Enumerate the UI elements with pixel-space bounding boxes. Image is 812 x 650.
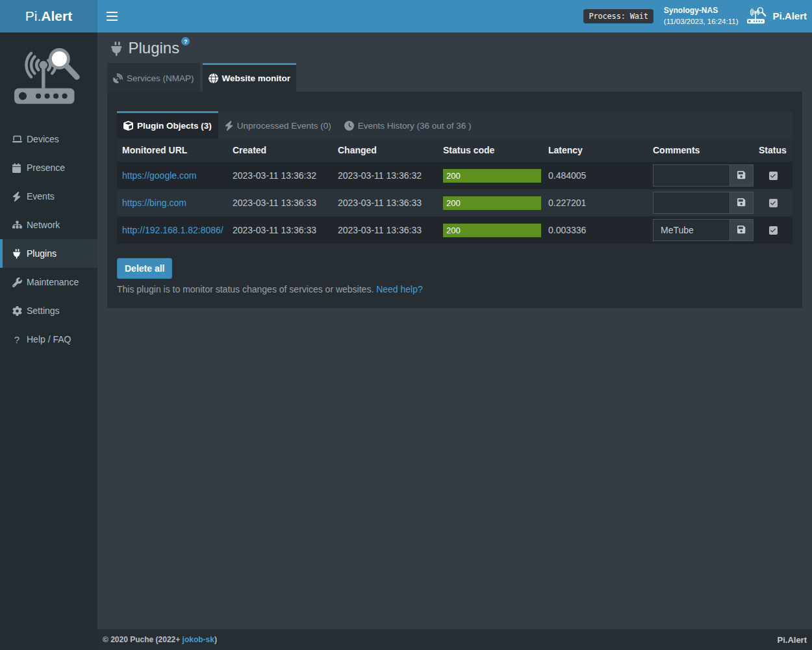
host-time: (11/03/2023, 16:24:11) xyxy=(664,16,739,27)
sidebar-item-maintenance[interactable]: Maintenance xyxy=(0,268,97,296)
delete-all-button[interactable]: Delete all xyxy=(117,258,172,279)
footer-copyright-close: ) xyxy=(214,635,217,644)
bolt-icon xyxy=(225,121,233,131)
comment-input[interactable] xyxy=(653,219,730,241)
bolt-icon xyxy=(12,192,22,202)
sidebar-item-settings[interactable]: Settings xyxy=(0,296,97,325)
plugin-description-text: This plugin is to monitor status changes… xyxy=(117,284,374,294)
tab-label: Website monitor xyxy=(222,73,291,83)
created-cell: 2023-03-11 13:36:33 xyxy=(227,216,333,244)
tab-website-monitor[interactable]: Website monitor xyxy=(203,63,297,92)
latency-cell: 0.484005 xyxy=(543,162,648,189)
tab-events-history-36-out-of-36[interactable]: Events History (36 out of 36 ) xyxy=(338,111,478,138)
created-cell: 2023-03-11 13:36:33 xyxy=(227,189,333,216)
footer-app-name: Pi.Alert xyxy=(777,635,807,645)
sidebar-item-devices[interactable]: Devices xyxy=(0,125,97,153)
sidebar-item-label: Settings xyxy=(27,306,60,316)
host-info: Synology-NAS (11/03/2023, 16:24:11) xyxy=(664,5,739,27)
column-header-status: Status xyxy=(754,138,793,162)
tab-label: Unprocessed Events (0) xyxy=(237,121,331,131)
floppy-icon xyxy=(737,225,745,236)
changed-cell: 2023-03-11 13:36:32 xyxy=(333,162,438,189)
comment-input[interactable] xyxy=(653,192,730,214)
monitored-url-link[interactable]: https://bing.com xyxy=(122,198,186,208)
latency-cell: 0.227201 xyxy=(543,189,648,216)
sidebar-item-presence[interactable]: Presence xyxy=(0,153,97,182)
process-status-badge: Process: Wait xyxy=(583,9,653,23)
floppy-icon xyxy=(737,170,745,181)
brand-prefix: Pi. xyxy=(25,8,42,24)
sidebar-item-plugins[interactable]: Plugins xyxy=(0,239,97,268)
status-code-bar: 200 xyxy=(443,196,541,210)
status-checkbox[interactable] xyxy=(769,199,778,207)
save-comment-button[interactable] xyxy=(730,164,754,187)
column-header-comments: Comments xyxy=(648,138,754,162)
tab-plugin-objects-3[interactable]: Plugin Objects (3) xyxy=(117,111,218,138)
gear-icon xyxy=(12,306,22,316)
table-row: http://192.168.1.82:8086/2023-03-11 13:3… xyxy=(117,216,793,244)
plugin-type-tabs: Services (NMAP)Website monitor xyxy=(97,63,812,92)
jokob-sk-link[interactable]: jokob-sk xyxy=(183,635,214,644)
sidebar-item-label: Help / FAQ xyxy=(27,334,71,344)
table-row: https://google.com2023-03-11 13:36:32202… xyxy=(117,162,793,189)
column-header-latency: Latency xyxy=(543,138,648,162)
changed-cell: 2023-03-11 13:36:33 xyxy=(333,189,438,216)
plugin-objects-table: Monitored URLCreatedChangedStatus codeLa… xyxy=(117,138,793,244)
latency-cell: 0.003336 xyxy=(543,216,648,244)
help-badge[interactable]: ? xyxy=(181,37,190,46)
sidebar-item-help-faq[interactable]: ?Help / FAQ xyxy=(0,325,97,354)
column-header-status-code: Status code xyxy=(438,138,543,162)
question-icon: ? xyxy=(12,334,22,345)
sidebar-item-label: Maintenance xyxy=(27,277,79,287)
plugin-description: This plugin is to monitor status changes… xyxy=(117,284,793,294)
status-code-bar: 200 xyxy=(443,224,541,237)
status-code-bar: 200 xyxy=(443,169,541,183)
need-help-link[interactable]: Need help? xyxy=(376,284,423,294)
column-header-monitored-url: Monitored URL xyxy=(117,138,227,162)
save-comment-button[interactable] xyxy=(730,219,754,241)
tab-label: Services (NMAP) xyxy=(127,73,194,83)
cube-icon xyxy=(123,121,133,131)
brand-link[interactable]: Pi.Alert xyxy=(0,0,97,32)
monitored-url-link[interactable]: https://google.com xyxy=(122,170,196,181)
sidebar-toggle-icon[interactable] xyxy=(97,0,126,32)
sidebar: DevicesPresenceEventsNetworkPluginsMaint… xyxy=(0,32,97,650)
sidebar-item-label: Plugins xyxy=(27,248,57,259)
changed-cell: 2023-03-11 13:36:33 xyxy=(333,216,438,244)
comment-input[interactable] xyxy=(653,164,730,187)
monitored-url-link[interactable]: http://192.168.1.82:8086/ xyxy=(122,225,223,235)
created-cell: 2023-03-11 13:36:32 xyxy=(227,162,333,189)
page-title-text: Plugins xyxy=(129,38,180,58)
plug-icon xyxy=(111,42,122,60)
column-header-created: Created xyxy=(227,138,333,162)
host-name: Synology-NAS xyxy=(664,5,739,16)
tab-services-nmap[interactable]: Services (NMAP) xyxy=(107,63,200,92)
save-comment-button[interactable] xyxy=(730,192,754,214)
globe-icon xyxy=(209,73,218,83)
tab-unprocessed-events-0[interactable]: Unprocessed Events (0) xyxy=(218,111,338,138)
sidebar-item-label: Network xyxy=(27,220,60,230)
wrench-icon xyxy=(12,278,22,287)
footer: © 2020 Puche (2022+ jokob-sk) Pi.Alert xyxy=(97,629,812,650)
floppy-icon xyxy=(737,198,745,209)
footer-copyright-text: © 2020 Puche (2022+ xyxy=(103,635,183,644)
brand-suffix: Alert xyxy=(41,8,72,24)
sidebar-item-network[interactable]: Network xyxy=(0,211,97,239)
app-logo[interactable]: Pi.Alert xyxy=(738,6,812,26)
table-row: https://bing.com2023-03-11 13:36:332023-… xyxy=(117,189,793,216)
router-logo-icon xyxy=(747,6,767,26)
sitemap-icon xyxy=(12,220,22,229)
tab-label: Events History (36 out of 36 ) xyxy=(358,121,472,131)
app-name: Pi.Alert xyxy=(772,10,807,21)
sidebar-item-events[interactable]: Events xyxy=(0,182,97,211)
clock-icon xyxy=(344,121,354,131)
top-header: Pi.Alert Process: Wait Synology-NAS (11/… xyxy=(0,0,812,32)
status-checkbox[interactable] xyxy=(769,172,778,180)
navbar: Process: Wait Synology-NAS (11/03/2023, … xyxy=(97,0,812,32)
content-area: Plugins ? Services (NMAP)Website monitor… xyxy=(97,32,812,629)
tab-label: Plugin Objects (3) xyxy=(137,121,212,131)
laptop-icon xyxy=(12,135,22,143)
footer-copyright: © 2020 Puche (2022+ jokob-sk) xyxy=(103,635,217,644)
page-title: Plugins ? xyxy=(111,38,802,60)
status-checkbox[interactable] xyxy=(769,226,778,235)
